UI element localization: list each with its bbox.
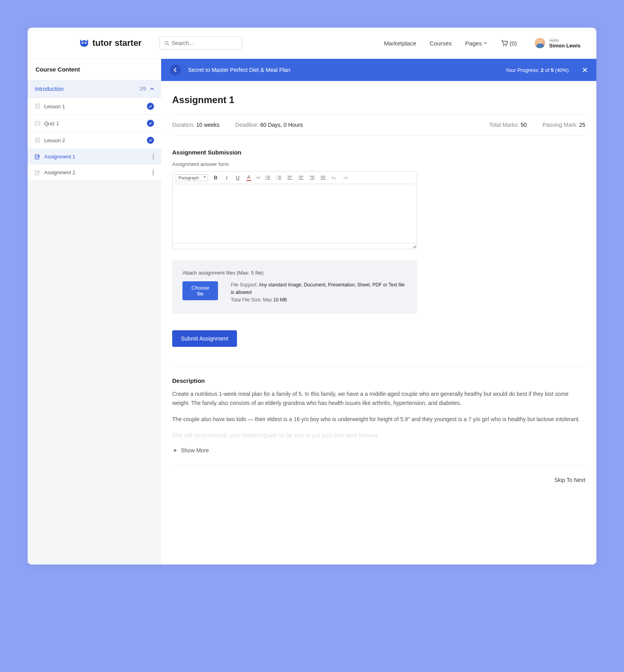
section-introduction[interactable]: Introduction 2/5 (28, 80, 161, 98)
close-button[interactable] (582, 67, 588, 73)
cart-icon (501, 40, 508, 46)
close-icon (582, 67, 588, 73)
editor: Paragraph B I U A 123 (172, 171, 417, 249)
svg-point-31 (265, 179, 266, 180)
sidebar-item-assignment-1[interactable]: Assignment 1 (28, 149, 161, 165)
svg-point-30 (265, 177, 266, 178)
user-block[interactable]: Hello Simon Lewis (534, 38, 581, 49)
align-right-button[interactable] (308, 174, 316, 181)
redo-button[interactable] (342, 174, 349, 181)
search-box[interactable] (159, 36, 242, 50)
description-p3: This will count towards your midterm gra… (172, 431, 585, 440)
app-shell: tutor starter Marketplace Courses Pages … (28, 28, 596, 565)
logo[interactable]: tutor starter (79, 38, 142, 48)
svg-point-14 (36, 124, 37, 124)
assignment-icon (35, 170, 40, 175)
logo-text: tutor starter (92, 38, 142, 48)
nav-pages-label: Pages (465, 40, 482, 47)
sidebar-item-label: Assignment 2 (44, 169, 75, 175)
submit-assignment-button[interactable]: Submit Assignment (172, 330, 237, 347)
section-progress: 2/5 (139, 86, 146, 92)
document-icon (35, 137, 40, 143)
document-icon (35, 104, 40, 109)
check-icon (147, 137, 154, 144)
underline-button[interactable]: U (234, 174, 241, 181)
paragraph-select[interactable]: Paragraph (176, 174, 208, 181)
avatar (534, 38, 545, 49)
skip-to-next-button[interactable]: Skip To Next (554, 477, 585, 483)
sidebar-item-label: Quiz 1 (44, 120, 59, 126)
align-center-button[interactable] (297, 174, 304, 181)
chevron-up-icon (150, 87, 154, 91)
main: Secret to Master Perfect Diet & Meal Pla… (161, 59, 596, 565)
nav-marketplace[interactable]: Marketplace (384, 40, 416, 47)
assignment-icon (35, 154, 40, 160)
svg-point-3 (85, 42, 86, 43)
svg-point-6 (503, 45, 504, 46)
check-icon (147, 103, 154, 110)
user-name: Simon Lewis (549, 43, 581, 49)
italic-button[interactable]: I (223, 174, 230, 181)
progress-text: Your Progress: 2 of 5 (40%) (506, 67, 569, 73)
search-icon (164, 40, 169, 46)
meta-row: Duration: 10 weeks Deadline: 60 Days, 0 … (172, 114, 585, 136)
attach-title: Attach assignment files (Max: 5 file) (182, 270, 407, 276)
editor-toolbar: Paragraph B I U A 123 (173, 171, 417, 184)
topnav: Marketplace Courses Pages (0) Hello Simo… (384, 38, 581, 49)
choose-file-button[interactable]: Choose file (182, 281, 218, 300)
chevron-down-icon (483, 41, 487, 45)
plus-icon: + (172, 448, 178, 453)
chevron-left-icon (173, 68, 177, 72)
course-title: Secret to Master Perfect Diet & Meal Pla… (188, 67, 290, 73)
svg-point-13 (36, 122, 37, 123)
bold-button[interactable]: B (212, 174, 219, 181)
nav-courses[interactable]: Courses (430, 40, 452, 47)
search-input[interactable] (171, 40, 237, 46)
owl-icon (79, 39, 89, 47)
sidebar-item-lesson-2[interactable]: Lesson 2 (28, 132, 161, 149)
meta-total-marks: Total Marks: 50 (489, 122, 527, 128)
cart-button[interactable]: (0) (501, 40, 517, 47)
sidebar-item-assignment-2[interactable]: Assignment 2 (28, 165, 161, 181)
submission-title: Assignment Submission (172, 149, 585, 156)
page-title: Assignment 1 (172, 94, 585, 105)
form-label: Assignment answer form (172, 161, 585, 167)
sidebar-item-quiz-1[interactable]: Quiz 1 (28, 115, 161, 132)
align-left-button[interactable] (286, 174, 293, 181)
numbered-list-button[interactable]: 123 (275, 174, 282, 181)
attach-box: Attach assignment files (Max: 5 file) Ch… (172, 260, 417, 314)
text-color-button[interactable]: A (245, 174, 252, 181)
sidebar-item-lesson-1[interactable]: Lesson 1 (28, 98, 161, 115)
status-empty-icon (152, 153, 154, 160)
svg-rect-12 (35, 121, 40, 125)
meta-duration: Duration: 10 weeks (172, 122, 220, 128)
check-icon (147, 120, 154, 127)
description-p2: The couple also have two kids — their el… (172, 415, 585, 424)
svg-text:3: 3 (276, 179, 277, 180)
description-title: Description (172, 377, 585, 384)
quiz-icon (35, 120, 40, 126)
svg-line-5 (167, 44, 169, 45)
undo-button[interactable] (331, 174, 338, 181)
sidebar-header: Course Content (28, 59, 161, 80)
show-more-button[interactable]: + Show More (172, 447, 585, 454)
content: Assignment 1 Duration: 10 weeks Deadline… (161, 81, 596, 497)
section-title: Introduction (35, 86, 64, 92)
user-greeting: Hello (549, 38, 581, 43)
bullet-list-button[interactable] (264, 174, 271, 181)
nav-pages[interactable]: Pages (465, 40, 488, 47)
back-button[interactable] (170, 64, 181, 75)
cart-count: (0) (509, 40, 517, 47)
editor-textarea[interactable] (173, 184, 417, 243)
sidebar-item-label: Lesson 1 (44, 104, 65, 109)
sidebar: Course Content Introduction 2/5 Lesson 1… (28, 59, 161, 565)
chevron-down-icon[interactable] (256, 176, 260, 180)
user-text: Hello Simon Lewis (549, 38, 581, 49)
align-justify-button[interactable] (320, 174, 327, 181)
editor-resize-handle[interactable] (173, 243, 417, 249)
description-p1: Create a nutritious 1-week meal plan for… (172, 390, 585, 408)
show-more-label: Show More (181, 447, 209, 454)
svg-point-2 (82, 42, 83, 43)
file-info: File Support: Any standard Image, Docume… (231, 281, 407, 304)
svg-point-4 (165, 41, 168, 44)
